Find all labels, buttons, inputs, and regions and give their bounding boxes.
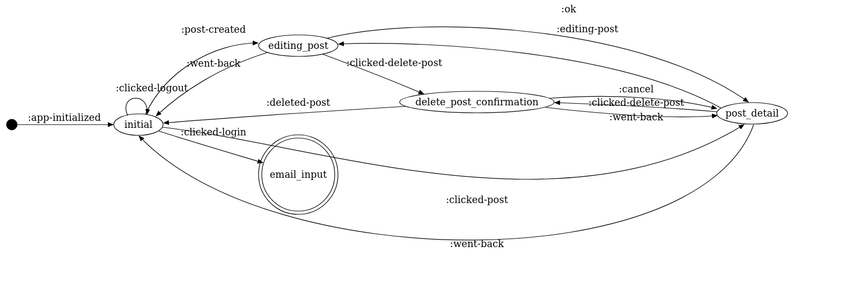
state-start xyxy=(6,119,17,130)
state-post-detail-label: post_detail xyxy=(725,107,779,119)
state-post-detail: post_detail xyxy=(717,103,788,124)
state-initial: initial xyxy=(114,114,163,135)
state-delete-post-confirmation-label: delete_post_confirmation xyxy=(415,96,539,108)
edge-cancel-label: :cancel xyxy=(619,83,654,95)
state-editing-post: editing_post xyxy=(259,35,338,56)
state-email-input-label: email_input xyxy=(270,169,327,180)
state-initial-label: initial xyxy=(124,119,153,130)
edge-clicked-login-label: :clicked-login xyxy=(181,126,247,138)
edge-clicked-post-label: :clicked-post xyxy=(446,194,509,205)
state-delete-post-confirmation: delete_post_confirmation xyxy=(400,91,554,113)
edge-went-back-pd xyxy=(139,125,754,240)
edge-went-back-ep-label: :went-back xyxy=(187,57,241,69)
edge-app-initialized-label: :app-initialized xyxy=(28,112,101,123)
state-diagram: initial editing_post email_input delete_… xyxy=(0,0,868,282)
state-email-input: email_input xyxy=(259,135,338,214)
edge-deleted-post xyxy=(164,106,406,123)
edge-post-created-label: :post-created xyxy=(181,24,246,35)
edge-clicked-post xyxy=(163,125,744,179)
edge-clicked-delete-post-ep-label: :clicked-delete-post xyxy=(347,57,443,68)
edge-clicked-delete-post-pd-label: :clicked-delete-post xyxy=(589,97,685,108)
edge-went-back-dpc-label: :went-back xyxy=(609,111,664,122)
edge-went-back-pd-label: :went-back xyxy=(450,238,504,249)
edge-editing-post-label: :editing-post xyxy=(556,23,619,34)
edge-post-created xyxy=(145,43,258,114)
state-editing-post-label: editing_post xyxy=(268,40,329,52)
edge-deleted-post-label: :deleted-post xyxy=(267,97,331,108)
edge-ok-label: :ok xyxy=(561,3,577,15)
edge-clicked-logout xyxy=(126,98,148,115)
edge-clicked-logout-label: :clicked-logout xyxy=(116,82,188,93)
